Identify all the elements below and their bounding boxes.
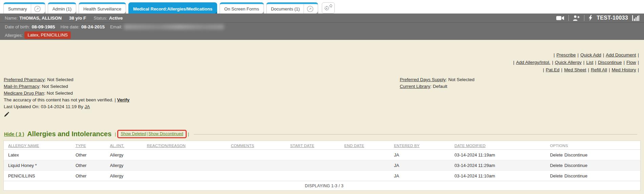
preferred-pharmacy-link[interactable]: Preferred Pharmacy — [4, 77, 45, 82]
tab-admin-label: Admin (1) — [53, 6, 71, 11]
last-updated-by-link[interactable]: JA — [84, 104, 90, 109]
patient-banner: Name: THOMAS, ALLISON 38 y/o F Status: A… — [0, 14, 644, 40]
option-discontinue-link[interactable]: Discontinue — [564, 152, 587, 157]
cell-start-date — [290, 160, 344, 171]
tab-health-surveillance[interactable]: Health Surveillance — [79, 2, 126, 14]
last-updated-text: Last Updated On: 03-14-2024 11:19 By — [4, 104, 83, 109]
cell-options: DeleteDiscontinue — [550, 171, 640, 181]
link-flow[interactable]: Flow — [626, 60, 636, 65]
cell-type: Other — [76, 160, 110, 171]
divider — [568, 15, 569, 21]
mail-in-pharmacy-link[interactable]: Mail-In Pharmacy — [4, 84, 39, 89]
column-header-type-label[interactable]: TYPE — [76, 144, 86, 148]
tab-on-screen-forms[interactable]: On Screen Forms — [220, 2, 264, 14]
tab-admin[interactable]: Admin (1) — [48, 2, 76, 14]
table-row: PENICILLINSOtherAllergyJA03-14-2024 11:1… — [4, 171, 641, 181]
separator: | — [147, 131, 148, 136]
lightning-icon[interactable] — [588, 15, 593, 21]
tab-medical-record-allergies-medications[interactable]: Medical Record:Allergies/Medications — [128, 2, 217, 14]
separator: | — [554, 52, 555, 57]
link-discontinue[interactable]: Discontinue — [598, 60, 622, 65]
video-camera-icon[interactable] — [556, 16, 564, 21]
option-delete-link[interactable]: Delete — [550, 173, 563, 178]
separator: | — [543, 67, 544, 72]
preferred-days-supply-link[interactable]: Preferred Days Supply — [400, 77, 446, 82]
current-library-value: : Default — [430, 84, 447, 89]
app-window: Summary Admin (1) Health Surveillance Me… — [0, 0, 644, 194]
link-med-sheet[interactable]: Med Sheet — [564, 67, 586, 72]
option-discontinue-link[interactable]: Discontinue — [564, 173, 587, 178]
settings-button[interactable] — [322, 2, 335, 14]
summary-popout-button[interactable] — [31, 4, 41, 14]
column-header-date-modified-label[interactable]: DATE MODIFIED — [454, 144, 485, 148]
popout-icon — [307, 6, 313, 12]
column-header-comments: COMMENTS — [231, 141, 290, 150]
option-discontinue-link[interactable]: Discontinue — [564, 163, 587, 168]
cell-date-modified: 03-14-2024 11:10am — [454, 171, 550, 181]
preferred-days-supply-value: : Not Selected — [446, 77, 475, 82]
tab-summary[interactable]: Summary — [3, 2, 45, 14]
link-refill-all[interactable]: Refill All — [591, 67, 607, 72]
cell-allergy-name: Latex — [4, 150, 76, 160]
column-header-options-label: OPTIONS — [550, 144, 568, 148]
bar-chart-icon[interactable] — [632, 15, 639, 21]
column-header-end-date-label[interactable]: END DATE — [344, 144, 364, 148]
cell-allergy-name: Liquid Honey * — [4, 160, 76, 171]
hide-section-link[interactable]: Hide ( 3 ) — [4, 131, 24, 137]
link-pat-ed[interactable]: Pat.Ed — [546, 67, 560, 72]
show-deleted-link[interactable]: Show Deleted — [121, 131, 146, 136]
documents-popout-button[interactable] — [304, 4, 313, 14]
mail-in-pharmacy-value: : Not Selected — [39, 84, 68, 89]
action-links: |Prescribe|Quick Add|Add Document| |Add … — [0, 40, 644, 73]
email-label: Email: — [110, 24, 122, 29]
cell-allergy-name: PENICILLINS — [4, 171, 76, 181]
allergies-badge[interactable]: Latex, PENICILLINS — [24, 31, 71, 39]
column-header-start-date-label[interactable]: START DATE — [290, 144, 314, 148]
column-header-reaction-reason-label[interactable]: REACTION/REASON — [147, 144, 185, 148]
link-list[interactable]: List — [586, 60, 593, 65]
separator: | — [609, 67, 610, 72]
separator: | — [188, 132, 189, 137]
heading-rule — [194, 134, 637, 135]
medicare-drug-plan-link[interactable]: Medicare Drug Plan — [4, 91, 44, 96]
link-med-history[interactable]: Med History — [611, 67, 636, 72]
column-header-start-date: START DATE — [290, 141, 344, 150]
column-header-allergy-name: ALLERGY NAME — [4, 141, 76, 150]
link-add-document[interactable]: Add Document — [606, 52, 636, 57]
patient-status: Active — [109, 16, 123, 21]
cell-type: Other — [76, 171, 110, 181]
paging-status: DISPLAYING 1-3 / 3 — [4, 181, 641, 191]
divider — [584, 15, 584, 21]
cell-options: DeleteDiscontinue — [550, 160, 640, 171]
link-quick-allergy[interactable]: Quick Allergy — [555, 60, 582, 65]
column-header-al-int-label[interactable]: AL./INT. — [110, 144, 124, 148]
column-header-comments-label[interactable]: COMMENTS — [231, 144, 254, 148]
cell-comments — [231, 171, 290, 181]
show-discontinued-link[interactable]: Show Discontinued — [148, 131, 183, 136]
allergies-table: ALLERGY NAMETYPEAL./INT.REACTION/REASONC… — [3, 141, 641, 191]
table-footer-row: DISPLAYING 1-3 / 3 — [4, 181, 641, 191]
link-add-allergy-intol[interactable]: Add Allergy/Intol. — [516, 60, 550, 65]
cell-end-date — [344, 150, 394, 160]
add-person-icon[interactable] — [573, 15, 580, 21]
option-delete-link[interactable]: Delete — [550, 152, 563, 157]
patient-hire-date: 08-24-2015 — [81, 24, 105, 29]
separator: | — [638, 67, 639, 72]
link-quick-add[interactable]: Quick Add — [580, 52, 601, 57]
link-prescribe[interactable]: Prescribe — [557, 52, 576, 57]
verify-link[interactable]: Verify — [117, 97, 129, 102]
edit-pencil-icon[interactable] — [4, 112, 10, 118]
medicare-drug-plan-value: : Not Selected — [44, 91, 73, 96]
record-id: TEST-10033 — [597, 15, 628, 21]
separator: | — [638, 60, 639, 65]
cell-options: DeleteDiscontinue — [550, 150, 640, 160]
column-header-entered-by-label[interactable]: ENTERED BY — [394, 144, 420, 148]
current-library-link[interactable]: Current Library — [400, 84, 430, 89]
column-header-date-modified: DATE MODIFIED — [454, 141, 550, 150]
tab-medical-record-label: Medical Record:Allergies/Medications — [133, 6, 212, 11]
separator: | — [578, 52, 579, 57]
cell-reaction — [147, 171, 231, 181]
column-header-allergy-name-label[interactable]: ALLERGY NAME — [8, 144, 39, 148]
tab-documents[interactable]: Documents (1) — [266, 2, 318, 14]
option-delete-link[interactable]: Delete — [550, 163, 563, 168]
